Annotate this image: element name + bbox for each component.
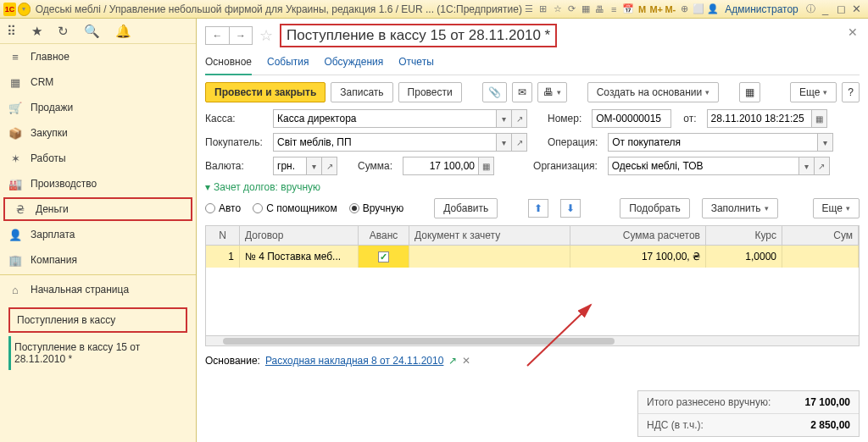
tab-events[interactable]: События (267, 56, 309, 68)
table-row[interactable]: 1 № 4 Поставка меб... ✓ 17 100,00, ₴ 1,0… (206, 246, 859, 268)
nav-back-button[interactable]: ← (205, 26, 229, 45)
calendar-icon[interactable]: 📅 (621, 3, 636, 16)
cell-sum[interactable]: 17 100,00, ₴ (570, 246, 706, 268)
report-button[interactable]: ▦ (739, 82, 760, 102)
open-icon[interactable]: ↗ (512, 109, 527, 128)
memory-mplus[interactable]: M+ (649, 3, 664, 16)
operation-input[interactable]: От покупателя (608, 133, 818, 152)
radio-manual[interactable]: Вручную (349, 202, 403, 214)
current-user[interactable]: Администратор (725, 3, 798, 15)
section-header[interactable]: ▾Зачет долгов: вручную (205, 180, 860, 193)
close-document-button[interactable]: ✕ (848, 25, 858, 39)
sidebar-home[interactable]: ⌂Начальная страница (0, 277, 196, 302)
print-icon[interactable]: 🖶 (593, 3, 607, 16)
dropdown-icon[interactable]: ▾ (307, 157, 322, 175)
sidebar-item-purchases[interactable]: 📦Закупки (0, 120, 196, 146)
favorite-star-icon[interactable]: ☆ (259, 26, 273, 45)
save-button[interactable]: Записать (331, 82, 392, 102)
basis-link[interactable]: Расходная накладная 8 от 24.11.2010 (265, 355, 444, 367)
th-rate[interactable]: Курс (706, 226, 782, 245)
tool-icon[interactable]: ⬜ (692, 3, 706, 16)
app-menu-dropdown[interactable]: ▾ (18, 3, 31, 16)
open-icon[interactable]: ↗ (815, 157, 830, 175)
sidebar-item-company[interactable]: 🏢Компания (0, 247, 196, 273)
tool-icon[interactable]: ⊞ (537, 3, 551, 16)
dropdown-icon[interactable]: ▾ (818, 133, 833, 152)
open-icon[interactable]: ↗ (512, 133, 527, 152)
table-more-button[interactable]: Еще▾ (813, 198, 860, 218)
dropdown-icon[interactable]: ▾ (799, 157, 815, 175)
sidebar-open-list[interactable]: Поступления в кассу (8, 307, 187, 333)
tool-icon[interactable]: ≡ (607, 3, 621, 16)
add-button[interactable]: Добавить (434, 198, 498, 218)
sidebar-item-money[interactable]: ₴Деньги (3, 197, 192, 221)
tool-icon[interactable]: ⊕ (677, 3, 692, 16)
help-button[interactable]: ? (842, 82, 860, 102)
tab-discussions[interactable]: Обсуждения (325, 56, 384, 68)
history-icon[interactable]: ↻ (58, 24, 69, 39)
tool-icon[interactable]: ☆ (550, 3, 565, 16)
nomer-input[interactable]: ОМ-00000015 (592, 109, 671, 128)
sidebar-open-doc[interactable]: Поступление в кассу 15 от 28.11.2010 * (8, 336, 187, 370)
radio-wizard[interactable]: С помощником (253, 202, 337, 214)
post-button[interactable]: Провести (398, 82, 462, 102)
buyer-input[interactable]: Світ меблів, ПП (273, 133, 497, 152)
tool-icon[interactable]: ⟳ (565, 3, 579, 16)
tab-reports[interactable]: Отчеты (398, 56, 433, 68)
info-icon[interactable]: ⓘ (804, 3, 818, 16)
bell-icon[interactable]: 🔔 (115, 24, 131, 39)
th-avans[interactable]: Аванс (359, 226, 409, 245)
minimize-button[interactable]: _ (817, 3, 833, 15)
checkbox-icon[interactable]: ✓ (378, 251, 389, 262)
email-button[interactable]: ✉ (512, 82, 532, 102)
cell-avans[interactable]: ✓ (359, 246, 409, 268)
apps-icon[interactable]: ⠿ (7, 24, 16, 39)
dropdown-icon[interactable]: ▾ (497, 109, 512, 128)
basis-open-icon[interactable]: ↗ (448, 355, 457, 367)
currency-input[interactable]: грн. (273, 157, 307, 175)
th-sum[interactable]: Сумма расчетов (570, 226, 706, 245)
org-input[interactable]: Одеські меблі, ТОВ (608, 157, 799, 175)
fill-button[interactable]: Заполнить▾ (702, 198, 778, 218)
kassa-input[interactable]: Касса директора (273, 109, 497, 128)
cell-sum2[interactable] (782, 246, 859, 268)
post-and-close-button[interactable]: Провести и закрыть (205, 82, 326, 102)
sidebar-item-works[interactable]: ✶Работы (0, 146, 196, 171)
calc-icon[interactable]: ▦ (479, 157, 494, 175)
open-icon[interactable]: ↗ (322, 157, 337, 175)
nav-forward-button[interactable]: → (229, 26, 253, 45)
tool-icon[interactable]: ▦ (579, 3, 593, 16)
pick-button[interactable]: Подобрать (620, 198, 689, 218)
star-icon[interactable]: ★ (31, 24, 42, 39)
close-button[interactable]: ✕ (849, 3, 865, 15)
th-sum2[interactable]: Сум (782, 226, 859, 245)
sum-input[interactable]: 17 100,00 (403, 157, 479, 175)
cell-rate[interactable]: 1,0000 (706, 246, 782, 268)
print-button[interactable]: 🖶▾ (537, 82, 567, 102)
date-input[interactable]: 28.11.2010 18:21:25 (707, 109, 812, 128)
cell-contract[interactable]: № 4 Поставка меб... (240, 246, 359, 268)
sidebar-item-sales[interactable]: 🛒Продажи (0, 95, 196, 120)
memory-mminus[interactable]: M- (664, 3, 678, 16)
create-based-button[interactable]: Создать на основании▾ (587, 82, 720, 102)
basis-clear-icon[interactable]: ✕ (462, 355, 470, 367)
horizontal-scrollbar[interactable] (206, 335, 859, 345)
th-doc[interactable]: Документ к зачету (409, 226, 570, 245)
move-up-button[interactable]: ⬆ (528, 199, 548, 218)
calendar-icon[interactable]: ▦ (812, 109, 827, 128)
more-button[interactable]: Еще▾ (790, 82, 837, 102)
sidebar-item-crm[interactable]: ▦CRM (0, 69, 196, 95)
maximize-button[interactable]: ◻ (833, 3, 849, 15)
sidebar-item-salary[interactable]: 👤Зарплата (0, 222, 196, 247)
th-contract[interactable]: Договор (240, 226, 359, 245)
memory-m[interactable]: M (635, 3, 649, 16)
tab-main[interactable]: Основное (205, 56, 252, 75)
attach-button[interactable]: 📎 (482, 82, 507, 102)
search-icon[interactable]: 🔍 (84, 24, 100, 39)
move-down-button[interactable]: ⬇ (560, 199, 581, 218)
tool-icon[interactable]: ☰ (522, 3, 537, 16)
dropdown-icon[interactable]: ▾ (497, 133, 512, 152)
sidebar-item-main[interactable]: ≡Главное (0, 44, 196, 69)
radio-auto[interactable]: Авто (205, 202, 241, 214)
cell-doc[interactable] (409, 246, 570, 268)
